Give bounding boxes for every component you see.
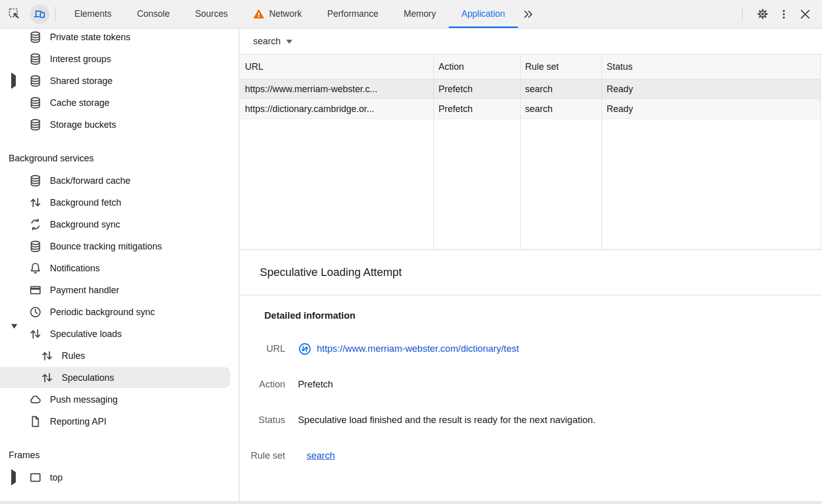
sidebar-item-label: Bounce tracking mitigations	[50, 241, 162, 251]
column-header-url[interactable]: URL	[240, 54, 433, 79]
tab-label: Performance	[327, 9, 378, 19]
document-icon	[29, 414, 42, 428]
attempt-title-bar: Speculative Loading Attempt	[240, 250, 822, 295]
sidebar-item-speculations[interactable]: Speculations	[0, 367, 239, 388]
kebab-menu-icon	[778, 8, 790, 20]
up-down-arrows-icon	[40, 349, 54, 362]
tab-label: Application	[461, 9, 505, 19]
detail-label-action: Action	[240, 379, 285, 390]
detail-row-action: Action Prefetch	[240, 367, 822, 402]
detail-label-rule-set: Rule set	[240, 450, 285, 461]
expand-arrow-icon[interactable]	[11, 472, 16, 483]
sidebar-item-label: Interest groups	[50, 53, 111, 64]
sidebar-item-label: Storage buckets	[50, 119, 116, 130]
gear-icon	[756, 7, 770, 21]
speculations-panel: search URL Action Rule set Status https:…	[240, 29, 822, 501]
cell-action: Prefetch	[433, 79, 520, 99]
more-tabs-button[interactable]	[518, 0, 538, 28]
cell-url: https://dictionary.cambridge.or...	[240, 99, 433, 119]
speculations-table: URL Action Rule set Status https://www.m…	[240, 54, 822, 250]
sidebar-item-label: Cache storage	[50, 97, 109, 108]
sidebar-item-rules[interactable]: Rules	[0, 345, 239, 367]
more-options-button[interactable]	[775, 6, 792, 23]
attempt-url-link[interactable]: https://www.merriam-webster.com/dictiona…	[317, 343, 519, 354]
database-icon	[29, 239, 42, 253]
database-icon	[29, 30, 42, 44]
column-header-action[interactable]: Action	[433, 54, 520, 79]
device-toolbar-toggle[interactable]	[30, 5, 49, 24]
sidebar-item-label: Shared storage	[50, 75, 113, 86]
sidebar-item-background-fetch[interactable]: Background fetch	[0, 191, 239, 213]
tab-label: Memory	[404, 9, 436, 19]
sidebar-item-bounce-tracking-mitigations[interactable]: Bounce tracking mitigations	[0, 235, 239, 257]
settings-button[interactable]	[754, 6, 771, 23]
filter-selected-value: search	[253, 36, 281, 47]
sidebar-item-speculative-loads[interactable]: Speculative loads	[0, 323, 239, 345]
application-sidebar: Private state tokens Interest groups	[0, 29, 239, 501]
sidebar-item-label: Notifications	[50, 263, 100, 273]
tab-performance[interactable]: Performance	[315, 0, 391, 28]
tab-network[interactable]: Network	[240, 0, 314, 28]
tab-label: Network	[269, 9, 302, 19]
sidebar-item-label: Speculations	[62, 372, 114, 383]
table-right-border	[820, 54, 821, 249]
sidebar-item-private-state-tokens[interactable]: Private state tokens	[0, 29, 239, 48]
close-devtools-button[interactable]	[797, 6, 814, 23]
tab-application[interactable]: Application	[449, 0, 518, 28]
panel-tabs: Elements Console Sources Network	[62, 0, 538, 28]
sidebar-item-label: Speculative loads	[50, 328, 122, 339]
sidebar-item-label: Periodic background sync	[50, 306, 155, 317]
tab-elements[interactable]: Elements	[62, 0, 124, 28]
detail-row-url: URL https://www.merriam-webster.com/dict…	[240, 331, 822, 367]
column-header-rule-set[interactable]: Rule set	[520, 54, 601, 79]
inspect-element-button[interactable]	[5, 5, 23, 23]
window-bottom-edge	[0, 501, 822, 504]
sidebar-item-reporting-api[interactable]: Reporting API	[0, 410, 239, 432]
section-header-label: Frames	[9, 450, 40, 461]
sidebar-item-label: top	[50, 472, 63, 483]
table-header-row: URL Action Rule set Status	[240, 54, 820, 79]
sidebar-item-label: Payment handler	[50, 285, 119, 295]
sidebar-item-cache-storage[interactable]: Cache storage	[0, 92, 239, 114]
expand-arrow-icon[interactable]	[11, 75, 16, 86]
sidebar-item-push-messaging[interactable]: Push messaging	[0, 388, 239, 410]
sidebar-item-notifications[interactable]: Notifications	[0, 257, 239, 279]
up-down-arrows-icon	[29, 327, 42, 341]
tab-console[interactable]: Console	[124, 0, 182, 28]
detail-label-url: URL	[240, 343, 285, 354]
sidebar-item-background-sync[interactable]: Background sync	[0, 213, 239, 235]
table-row[interactable]: https://dictionary.cambridge.or... Prefe…	[240, 99, 820, 119]
section-header-label: Background services	[9, 153, 94, 164]
rule-set-filter-dropdown[interactable]: search	[253, 36, 292, 47]
sidebar-item-back-forward-cache[interactable]: Back/forward cache	[0, 170, 239, 191]
sidebar-item-storage-buckets[interactable]: Storage buckets	[0, 114, 239, 135]
database-icon	[29, 96, 42, 109]
column-header-status[interactable]: Status	[601, 54, 820, 79]
frame-icon	[29, 470, 42, 484]
table-row[interactable]: https://www.merriam-webster.c... Prefetc…	[240, 79, 820, 99]
tab-memory[interactable]: Memory	[391, 0, 449, 28]
tab-sources[interactable]: Sources	[182, 0, 240, 28]
sidebar-item-periodic-background-sync[interactable]: Periodic background sync	[0, 301, 239, 323]
tabbar-right-controls	[742, 6, 822, 23]
sidebar-item-shared-storage[interactable]: Shared storage	[0, 70, 239, 92]
sidebar-item-top-frame[interactable]: top	[0, 466, 239, 488]
detail-row-rule-set: Rule set search	[240, 438, 822, 473]
cell-status: Ready	[601, 99, 820, 119]
sidebar-item-label: Push messaging	[50, 394, 118, 405]
sidebar-item-label: Background sync	[50, 219, 120, 230]
detail-row-status: Status Speculative load finished and the…	[240, 402, 822, 438]
speculative-load-circle-icon	[298, 342, 312, 356]
sidebar-item-label: Private state tokens	[50, 32, 130, 42]
chevron-down-icon	[286, 40, 292, 44]
detail-value-status: Speculative load finished and the result…	[298, 414, 595, 426]
collapse-arrow-icon[interactable]	[11, 328, 17, 339]
rule-set-link[interactable]: search	[307, 450, 335, 461]
sidebar-item-interest-groups[interactable]: Interest groups	[0, 48, 239, 70]
device-toolbar-icon	[33, 8, 46, 21]
sidebar-item-payment-handler[interactable]: Payment handler	[0, 279, 239, 301]
database-icon	[29, 118, 42, 131]
sidebar-section-frames: Frames	[0, 444, 239, 466]
up-down-arrows-icon	[29, 195, 42, 209]
detail-label-status: Status	[240, 414, 285, 426]
